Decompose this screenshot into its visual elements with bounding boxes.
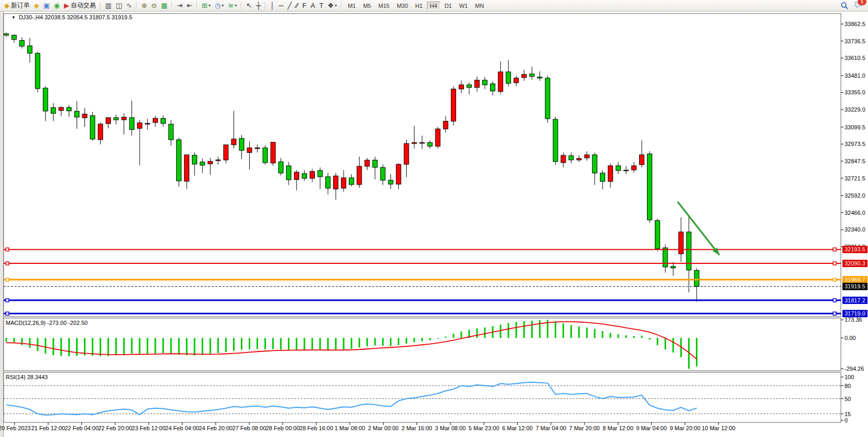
- arrows-button[interactable]: ❖▾: [325, 0, 339, 11]
- line-handle[interactable]: [833, 299, 836, 302]
- chart-symbol-header[interactable]: ▼DJ30-,H4 32038.5 32054.5 31807.5 31919.…: [11, 14, 132, 20]
- timeframe-m15-button[interactable]: M15: [375, 2, 393, 10]
- search-icon[interactable]: [840, 2, 849, 10]
- candle-body: [561, 155, 566, 163]
- candle-body: [161, 118, 166, 124]
- timeframe-mn-button[interactable]: MN: [472, 2, 487, 10]
- candle-body: [326, 177, 331, 188]
- market-depth-button[interactable]: ◆: [32, 0, 41, 11]
- candle-body: [216, 160, 221, 161]
- candle-body: [286, 166, 291, 180]
- macd-tick-label: 173.36: [845, 317, 862, 323]
- timeframe-m1-button[interactable]: M1: [345, 2, 359, 10]
- candle-body: [498, 72, 503, 92]
- history-center-icon: ▣: [43, 2, 50, 9]
- line-handle[interactable]: [6, 248, 9, 251]
- dropdown-caret-icon[interactable]: ▾: [222, 3, 224, 8]
- new-order-button[interactable]: ◆新订单: [2, 0, 32, 11]
- date-label: 2 Mar 16:00: [401, 425, 432, 431]
- signals-button[interactable]: ◉: [52, 0, 62, 11]
- price-tick-label: 32466.0: [845, 210, 865, 216]
- price-tick-label: 33610.5: [845, 55, 865, 61]
- price-tick-label: 33862.5: [845, 21, 865, 27]
- candle-body: [129, 118, 134, 130]
- date-label: 3 Mar 08:00: [435, 425, 466, 431]
- fibonacci-button[interactable]: F: [300, 0, 309, 11]
- fibonacci-icon: F: [302, 2, 307, 9]
- history-center-button[interactable]: ▣: [41, 0, 52, 11]
- crosshair-icon: ┼: [256, 2, 261, 9]
- candle-body: [600, 173, 605, 181]
- candle-body: [263, 148, 267, 162]
- timeframe-h1-button[interactable]: H1: [412, 2, 426, 10]
- text-label-button[interactable]: T: [317, 0, 326, 11]
- candle-chart-button[interactable]: ◫: [114, 0, 124, 11]
- zoom-in-icon: ⊕: [141, 2, 147, 9]
- tile-windows-icon: ▦: [161, 2, 167, 9]
- candle-body: [82, 114, 87, 118]
- cursor-button[interactable]: ↖: [244, 0, 254, 11]
- horizontal-line-button[interactable]: ─: [277, 0, 286, 11]
- date-label: 9 Mar 20:00: [670, 425, 701, 431]
- indicators-button[interactable]: ≋▾: [226, 0, 239, 11]
- bar-chart-button[interactable]: ▥: [103, 0, 114, 11]
- vertical-line-button[interactable]: │: [268, 0, 276, 11]
- line-handle[interactable]: [833, 262, 836, 265]
- periods-icon: ◷: [215, 2, 221, 9]
- candle-body: [43, 88, 48, 111]
- candle-body: [530, 74, 534, 77]
- line-handle[interactable]: [6, 278, 9, 281]
- candle-body: [459, 85, 463, 89]
- candle-body: [192, 155, 197, 164]
- line-chart-button[interactable]: ∿: [124, 0, 134, 11]
- line-handle[interactable]: [833, 312, 836, 315]
- candle-body: [584, 155, 589, 158]
- cursor-icon: ↖: [246, 2, 252, 9]
- timeframe-m5-button[interactable]: M5: [360, 2, 374, 10]
- candle-body: [663, 248, 668, 267]
- toolbar-separator: [100, 2, 101, 10]
- auto-scroll-icon: ⇥: [177, 2, 182, 9]
- vertical-line-icon: │: [270, 2, 274, 9]
- auto-trading-label: 自动交易: [71, 1, 96, 10]
- price-tick-label: 32592.0: [845, 192, 865, 199]
- price-tick-label: 33355.0: [845, 89, 865, 95]
- line-handle[interactable]: [833, 278, 836, 281]
- text-icon: A: [311, 2, 315, 9]
- zoom-out-button[interactable]: ⊖: [149, 0, 159, 11]
- chart-shift-button[interactable]: ⇤: [185, 0, 194, 11]
- auto-scroll-button[interactable]: ⇥: [175, 0, 185, 11]
- line-handle[interactable]: [6, 299, 9, 302]
- candle-body: [537, 77, 542, 78]
- candle-body: [545, 78, 550, 119]
- candle-body: [153, 118, 157, 123]
- trendline-button[interactable]: ╱: [286, 0, 294, 11]
- macd-tick-label: 0.00: [845, 335, 855, 341]
- dropdown-caret-icon[interactable]: ▾: [209, 3, 211, 8]
- equidistant-channel-button[interactable]: ∕∕: [294, 0, 300, 11]
- rsi-tick-label: 50: [845, 396, 851, 402]
- notification-badge: 1: [858, 0, 866, 5]
- dropdown-caret-icon[interactable]: ▾: [235, 3, 237, 8]
- notifications-button[interactable]: 1: [854, 1, 863, 10]
- candle-body: [294, 172, 299, 179]
- tile-windows-button[interactable]: ▦: [159, 0, 169, 11]
- timeframe-h4-button[interactable]: H4: [427, 2, 441, 10]
- new-chart-button[interactable]: ⊞▾: [200, 0, 213, 11]
- timeframe-d1-button[interactable]: D1: [442, 2, 455, 10]
- candle-body: [451, 89, 456, 122]
- line-handle[interactable]: [833, 248, 836, 251]
- crosshair-button[interactable]: ┼: [254, 0, 263, 11]
- periods-button[interactable]: ◷▾: [213, 0, 226, 11]
- line-handle[interactable]: [6, 262, 9, 265]
- line-chart-icon: ∿: [126, 2, 132, 9]
- zoom-in-button[interactable]: ⊕: [139, 0, 149, 11]
- candle-body: [632, 166, 637, 170]
- text-button[interactable]: A: [309, 0, 317, 11]
- timeframe-m30-button[interactable]: M30: [394, 2, 411, 10]
- timeframe-w1-button[interactable]: W1: [456, 2, 471, 10]
- line-handle[interactable]: [6, 312, 9, 315]
- dropdown-caret-icon[interactable]: ▾: [335, 3, 337, 8]
- candle-body: [278, 162, 283, 173]
- auto-trading-button[interactable]: ▶自动交易: [62, 0, 98, 11]
